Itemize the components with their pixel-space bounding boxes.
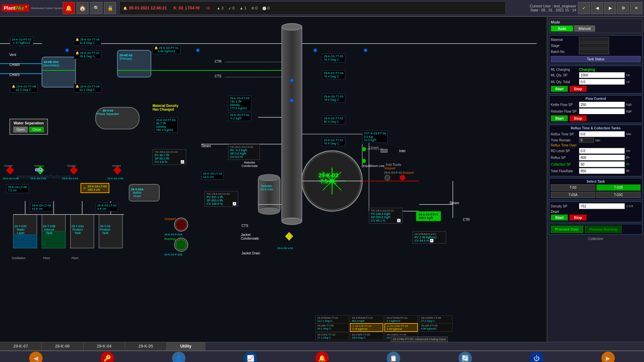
rd-level-sp-label: RD Level SP <box>551 149 578 153</box>
advanced-tag: 29-CHW-PT-03: Advanced Analog Input <box>391 337 448 342</box>
total-flow-label: Total FlowRate <box>551 169 578 173</box>
tab-utility[interactable]: Utility <box>167 342 205 350</box>
current-user: Current User : test_engineer <box>509 4 576 8</box>
total-flow-unit: l/h <box>626 169 630 173</box>
tank-t03a-btn[interactable]: T-03A <box>551 192 595 198</box>
reflux-time-sp-unit: Min <box>626 132 631 136</box>
tank-status-btn[interactable]: Tank Status <box>551 56 641 62</box>
alarm-tag: K_03_LT04 HI <box>173 6 200 10</box>
manual-btn[interactable]: Manual <box>574 25 595 32</box>
next-nav-btn[interactable]: ▶ Next <box>595 352 622 362</box>
svg-point-65 <box>290 79 293 82</box>
alarm-count-1: ▲ 3 <box>217 6 223 10</box>
rd-level-sp-input[interactable] <box>579 148 625 154</box>
total-flow-input[interactable] <box>579 168 625 174</box>
v04-state: Closed <box>67 164 75 167</box>
shutdown-nav-btn[interactable]: ⏻ Shutdown <box>523 352 550 362</box>
check-icon-btn[interactable]: ✓ <box>578 2 590 14</box>
water-close-btn[interactable]: Close <box>29 127 44 132</box>
svg-rect-1 <box>282 27 302 221</box>
tank-t03c-btn[interactable]: T-03C <box>596 192 641 198</box>
ml-qty-sp-input[interactable] <box>579 72 625 78</box>
batch-row: Batch No <box>551 49 641 54</box>
density-sp-input[interactable] <box>579 203 625 209</box>
prev-icon-btn[interactable]: ◀ <box>591 2 603 14</box>
svg-point-68 <box>362 147 366 151</box>
svg-point-69 <box>362 159 366 163</box>
header-toolbar: 🔔 🏠 🔍 🔒 <box>63 2 116 14</box>
ml-start-btn[interactable]: Start <box>551 86 568 92</box>
t03c-sublabel: Distillation <box>12 256 25 260</box>
tab-29k05[interactable]: 29-K-05 <box>125 342 167 350</box>
reflux-sp-input[interactable] <box>579 155 625 161</box>
ft02-label: 29-K-03-FT-02 -0.2 kg/h <box>228 112 251 121</box>
restart-nav-btn[interactable]: 🔄 Restart <box>452 352 479 362</box>
bottom-readings-row: 29-STEAM-TT-01 111.1 Deg C. 29-STEAM-FT-… <box>315 315 452 323</box>
reboiler-label: Reboiler 29-K-03A <box>260 184 273 191</box>
svg-rect-18 <box>13 235 37 248</box>
collection-sp-input[interactable] <box>579 161 625 167</box>
tank-t03b-btn[interactable]: T-03B <box>596 184 641 191</box>
tab-29k06[interactable]: 29-K-06 <box>42 342 83 350</box>
svg-point-57 <box>176 220 186 230</box>
lt02-display: 29-K-03-LT-02 14.5 cm <box>201 171 224 180</box>
audit-nav-btn[interactable]: 📋 Audit <box>380 352 407 362</box>
drum-stop-btn[interactable]: Stop <box>570 215 586 221</box>
admin-nav-btn[interactable]: 👤 Admin <box>165 352 192 362</box>
back-nav-btn[interactable]: ◀ Back <box>22 352 49 362</box>
tic-cv03-display: TIC-29-K-03-CV-03 PV 837.1 l/h SP 850.0 … <box>205 191 238 207</box>
settings-icon-btn[interactable]: ⚙ <box>617 2 629 14</box>
search-icon-btn[interactable]: 🔍 <box>90 2 102 14</box>
ml-stop-btn[interactable]: Stop <box>570 86 586 92</box>
chwr-tt05-box: 29-CHWR-TT-05 27.2 Deg C. <box>419 315 452 323</box>
time-remain-unit: Min <box>595 139 600 142</box>
alarm-nav-btn[interactable]: 🔔 Alarm <box>309 352 335 362</box>
reboiler-flow-input[interactable] <box>579 108 625 114</box>
alarm-count-3: ▲ 1 <box>239 6 246 10</box>
home-icon-btn[interactable]: 🏠 <box>76 2 89 14</box>
tic-cv02-display: TIC-29-K-03-CV-02 PV -0.2 Kg/h SP 0.0 Kg… <box>228 144 260 160</box>
ml-qty-total-input[interactable] <box>579 79 625 85</box>
t03b-label: 29-T-03B IntercutTank <box>43 225 55 235</box>
flow-start-btn[interactable]: Start <box>551 115 568 121</box>
ml-qty-total-row: ML Qty. Total Ltr. <box>551 79 641 85</box>
close-icon-btn[interactable]: ✕ <box>630 2 642 14</box>
reflux-section: Reflux Time & Collection Tanks Reflux Ti… <box>549 125 642 176</box>
reflux-time-sp-input[interactable] <box>579 131 625 137</box>
alarm-icon-btn[interactable]: 🔔 <box>63 2 75 14</box>
tank-t03-btn[interactable]: T-03 <box>551 184 595 191</box>
steam-right-label: Steam <box>449 201 459 205</box>
pt02-id: 29-K-03-PT-02 <box>12 38 32 41</box>
lock-icon-btn[interactable]: 🔒 <box>104 2 116 14</box>
kettle-flow-input[interactable] <box>579 102 625 108</box>
tt08-label: 🔔 29-K-03-TT-08 62.3 Deg C. <box>10 84 38 93</box>
pump01b-id: 29-K-03-P-01B <box>164 253 182 256</box>
bottom-readings-row3: 29-AIR-TT-06 40.1 Deg C. ⚠29-CW-PT-02 1.… <box>315 323 452 332</box>
tab-29k04[interactable]: 29-K-04 <box>84 342 125 350</box>
next-icon-btn[interactable]: ▶ <box>604 2 616 14</box>
water-open-btn[interactable]: Open <box>13 127 28 132</box>
inlet-label: Inlet <box>399 149 406 153</box>
ml-qty-total-label: ML Qty. Total <box>551 80 578 84</box>
reboiler-flow-row: Reboiler Flow SP Kgh <box>551 108 641 114</box>
svg-point-63 <box>196 49 200 52</box>
stopped-drum-label: Stopped <box>402 171 414 174</box>
tab-29k07[interactable]: 29-K-07 <box>0 342 42 350</box>
collection-sp-row: Collection SP l/h <box>551 161 641 167</box>
v06-state: Closed <box>4 164 12 167</box>
ml-qty-sp-row: ML Qty. SP Ltr. <box>551 72 641 78</box>
drum-start-btn[interactable]: Start <box>551 215 568 221</box>
flow-stop-btn[interactable]: Stop <box>570 115 586 121</box>
ml-qty-sp-unit: Ltr. <box>626 73 631 77</box>
ctr-right-label: CTR <box>463 218 470 222</box>
water-separation-panel: Water Separation Open Close <box>9 119 48 135</box>
process-over-btn[interactable]: Process Over <box>551 226 583 233</box>
kettle-flow-unit: Kgh <box>626 103 632 106</box>
password-nav-btn[interactable]: 🔑 Password <box>94 352 121 362</box>
trend-icon: 📈 <box>244 352 257 362</box>
process-running-btn[interactable]: Process Running <box>585 226 622 233</box>
svg-point-5 <box>258 174 280 181</box>
ft04-label: 29-K-03-FT-04 96.7 l/h Density 785.3 Kg/… <box>154 117 177 133</box>
auto-btn[interactable]: Auto <box>551 25 573 32</box>
trend-nav-btn[interactable]: 📈 Trend <box>237 352 264 362</box>
